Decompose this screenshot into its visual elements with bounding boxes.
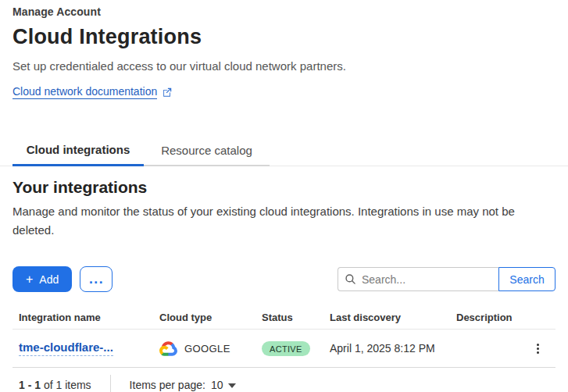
row-overflow-menu-button[interactable] [532,339,544,358]
page-range-current: 1 - 1 [19,379,41,391]
page-range-total: of 1 items [44,379,91,391]
cloud-integrations-page: Manage Account Cloud Integrations Set up… [0,0,568,392]
search-box [338,267,498,291]
overflow-menu-button[interactable]: ... [80,266,113,292]
column-header-cloud-type: Cloud type [153,312,255,323]
page-subtitle: Set up credentialed access to our virtua… [13,59,555,73]
search-input[interactable] [362,273,492,286]
overflow-menu-icon: ... [89,273,104,286]
last-discovery-value: April 1, 2025 8:12 PM [323,342,450,355]
breadcrumb: Manage Account [13,5,555,18]
pagination-divider [110,375,111,392]
items-per-page-value: 10 [211,379,223,391]
column-header-status: Status [255,312,323,323]
external-link-icon [162,87,173,98]
integration-name-link[interactable]: tme-cloudflare-... [19,340,113,356]
status-badge: ACTIVE [262,341,310,356]
doc-link-label: Cloud network documentation [13,85,157,99]
add-button[interactable]: + Add [13,266,72,292]
table-row: tme-cloudflare-... GOOGLE ACTIVE April 1… [13,330,555,368]
plus-icon: + [26,273,33,286]
section-title: Your integrations [13,178,555,197]
page-title: Cloud Integrations [13,25,555,49]
chevron-down-icon [228,383,236,388]
items-per-page-label: Items per page: [130,379,205,391]
column-header-last-discovery: Last discovery [323,312,450,323]
pagination-bar: 1 - 1 of 1 items Items per page: 10 [13,368,555,392]
table-header-row: Integration name Cloud type Status Last … [13,306,555,330]
search-icon [345,273,356,285]
page-header: Manage Account Cloud Integrations Set up… [13,0,555,99]
column-header-integration-name: Integration name [13,312,153,323]
tab-cloud-integrations[interactable]: Cloud integrations [13,135,144,166]
search-button[interactable]: Search [498,267,555,291]
google-cloud-icon [159,341,177,356]
items-per-page-select[interactable]: Items per page: 10 [130,379,237,391]
add-button-label: Add [39,273,59,286]
tab-resource-catalog[interactable]: Resource catalog [144,135,270,166]
table-toolbar: + Add ... Search [13,266,555,292]
section-description: Manage and monitor the status of your ex… [13,202,555,240]
cloud-type-label: GOOGLE [184,343,230,355]
tab-bar: Cloud integrations Resource catalog [13,135,555,166]
column-header-description: Description [450,312,532,323]
search-group: Search [338,267,555,291]
integrations-table: Integration name Cloud type Status Last … [13,306,555,368]
cloud-network-documentation-link[interactable]: Cloud network documentation [13,85,173,99]
page-range: 1 - 1 of 1 items [13,379,91,391]
